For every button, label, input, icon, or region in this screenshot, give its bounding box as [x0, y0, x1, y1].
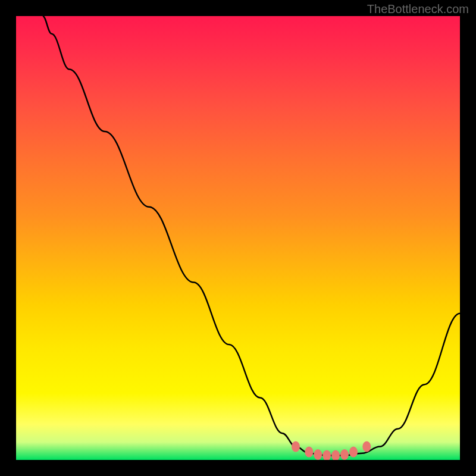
highlight-dot [314, 449, 322, 460]
highlight-dot [331, 450, 340, 461]
highlight-dot [362, 441, 371, 452]
chart-svg [16, 16, 460, 460]
bottleneck-curve [43, 16, 460, 456]
highlight-dot [322, 450, 331, 461]
highlight-dot [349, 447, 358, 458]
watermark-text: TheBottleneck.com [367, 2, 469, 16]
highlight-dot [340, 449, 349, 460]
highlight-dot [292, 441, 300, 452]
highlight-dot [305, 447, 313, 458]
plot-area [16, 16, 460, 460]
